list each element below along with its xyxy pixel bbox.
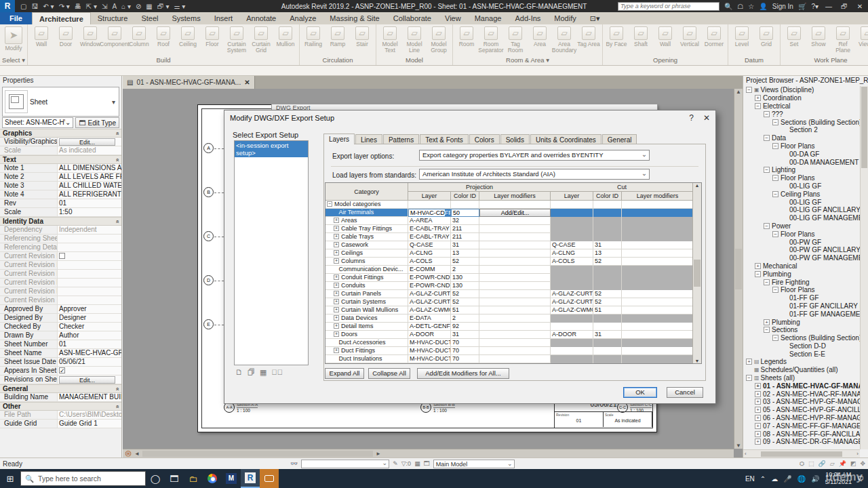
expand-icon[interactable]: + bbox=[334, 242, 339, 247]
projection-modifiers-cell[interactable] bbox=[479, 282, 551, 290]
collapse-icon[interactable]: − bbox=[746, 87, 752, 93]
browser-horizontal-scrollbar[interactable]: ‹› bbox=[743, 449, 860, 458]
projection-layer-cell[interactable]: A-AREA bbox=[408, 217, 451, 225]
ribbon-button-room[interactable]: ▱Room bbox=[455, 26, 478, 47]
ribbon-tab-systems[interactable]: Systems bbox=[165, 12, 207, 24]
projection-modifiers-cell[interactable] bbox=[479, 266, 551, 274]
ribbon-button-mullion[interactable]: ▱Mullion bbox=[274, 26, 297, 47]
projection-colorid-cell[interactable]: 130 bbox=[451, 274, 479, 282]
property-value[interactable]: Independent bbox=[58, 226, 121, 234]
category-cell[interactable]: Duct Insulations bbox=[326, 355, 408, 363]
ribbon-button-by-face[interactable]: ▱By Face bbox=[605, 26, 628, 47]
category-cell[interactable]: +Columns bbox=[326, 258, 408, 266]
tree-item[interactable]: +08 - ASN-MEC-FF-GF-ANCILLARY bbox=[743, 430, 868, 438]
ribbon-button-column[interactable]: ▱Column bbox=[127, 26, 151, 47]
select-links-icon[interactable]: 🔗 bbox=[818, 460, 826, 468]
search-icon[interactable]: 🔍 bbox=[724, 3, 732, 10]
expand-icon[interactable]: + bbox=[746, 359, 752, 365]
table-row[interactable]: +AreasA-AREA32 bbox=[326, 217, 701, 225]
projection-layer-cell[interactable]: A-COLS bbox=[408, 258, 451, 266]
tree-item[interactable]: +05 - ASN-MEC-HVP-GF-ANCILLARY bbox=[743, 406, 868, 414]
property-value[interactable]: Checker bbox=[58, 323, 121, 331]
property-value[interactable]: ✓ bbox=[58, 367, 121, 375]
ribbon-button-set[interactable]: ▱Set bbox=[783, 26, 806, 47]
exclude-options-icon[interactable]: ⛭ bbox=[800, 460, 804, 468]
category-column-header[interactable]: Category bbox=[326, 183, 408, 201]
collapse-icon[interactable]: − bbox=[772, 287, 778, 293]
projection-layer-cell[interactable]: E-POWR-CNDT bbox=[408, 282, 451, 290]
3d-view-icon[interactable]: ⌂ ▾ bbox=[121, 3, 131, 10]
category-cell[interactable]: Communication Devic... bbox=[326, 266, 408, 274]
expand-icon[interactable]: + bbox=[755, 431, 761, 437]
collapse-icon[interactable]: − bbox=[746, 375, 752, 381]
volume-icon[interactable]: 🔊 bbox=[811, 475, 819, 483]
collapse-icon[interactable]: − bbox=[755, 271, 761, 277]
collapse-icon[interactable]: − bbox=[764, 223, 770, 229]
projection-colorid-cell[interactable]: 51 bbox=[451, 306, 479, 314]
projection-layer-input[interactable]: M-HVAC-CDFF bbox=[408, 209, 451, 217]
delete-setup-icon[interactable]: ✕⃞ bbox=[271, 368, 283, 377]
cut-colorid-cell[interactable]: 52 bbox=[593, 298, 622, 306]
cut-layer-cell[interactable]: A-DOOR bbox=[551, 331, 593, 339]
category-cell[interactable]: +Doors bbox=[326, 331, 408, 339]
expand-icon[interactable]: + bbox=[334, 315, 339, 321]
projection-colorid-cell[interactable]: 2 bbox=[451, 266, 479, 274]
restore-button[interactable]: 🗗 bbox=[839, 3, 850, 10]
collapse-icon[interactable]: − bbox=[772, 335, 778, 341]
ribbon-button-room-separator[interactable]: ▱Room Separator bbox=[479, 26, 502, 54]
tree-item[interactable]: −▥Sheets (all) bbox=[743, 374, 868, 382]
ok-button[interactable]: OK bbox=[623, 387, 657, 398]
table-row[interactable]: +ColumnsA-COLS52A-COLS52 bbox=[326, 258, 701, 266]
projection-modifiers-cell[interactable] bbox=[479, 217, 551, 225]
projection-colorid-cell[interactable]: 31 bbox=[451, 241, 479, 249]
ribbon-group-label[interactable]: Datum bbox=[728, 56, 780, 65]
ribbon-button-model-text[interactable]: ▱Model Text bbox=[378, 26, 401, 54]
ribbon-tab-massing-site[interactable]: Massing & Site bbox=[323, 12, 386, 24]
table-row[interactable]: +Data DevicesE-DATA2 bbox=[326, 314, 701, 323]
table-row[interactable]: +CaseworkQ-CASE31Q-CASE31 bbox=[326, 241, 701, 249]
chevron-down-icon[interactable]: ▾ bbox=[112, 98, 119, 106]
category-cell[interactable]: Duct Accessories bbox=[326, 339, 408, 347]
thin-lines-icon[interactable]: ▦ bbox=[146, 3, 152, 10]
ribbon-button-viewer[interactable]: ▱Viewer bbox=[856, 26, 868, 47]
ribbon-tab-collaborate[interactable]: Collaborate bbox=[387, 12, 438, 24]
projection-modifiers-cell[interactable] bbox=[479, 274, 551, 282]
ribbon-group-label[interactable]: Circulation bbox=[300, 56, 376, 65]
tree-item[interactable]: +Mechanical bbox=[743, 262, 868, 270]
projection-layer-cell[interactable]: A-GLAZ-CURT bbox=[408, 290, 451, 298]
switch-windows-icon[interactable]: 🗗 ▾ bbox=[157, 3, 170, 10]
projection-colorid-cell[interactable]: 31 bbox=[451, 331, 479, 339]
property-value[interactable]: ALL LEVELS ARE FRO... bbox=[58, 173, 121, 181]
collapse-icon[interactable]: − bbox=[772, 191, 778, 197]
add-edit-modifiers-all-button[interactable]: Add/Edit Modifiers for All... bbox=[417, 368, 509, 379]
export-setup-item[interactable]: <in-session export setup> bbox=[235, 141, 308, 157]
modify-extra-icon[interactable]: ⊡▾ bbox=[583, 12, 607, 24]
properties-section-identity-data[interactable]: Identity Data» bbox=[0, 217, 121, 226]
property-value[interactable] bbox=[58, 279, 121, 287]
dialog-tab-colors[interactable]: Colors bbox=[469, 134, 500, 144]
projection-layer-cell[interactable]: E-DATA bbox=[408, 314, 451, 323]
property-value[interactable]: Designer bbox=[58, 314, 121, 322]
projection-modifiers-cell[interactable] bbox=[479, 306, 551, 314]
expand-icon[interactable]: + bbox=[755, 439, 761, 445]
cut-modifiers-cell[interactable] bbox=[622, 347, 693, 355]
dialog-help-icon[interactable]: ? bbox=[689, 113, 694, 123]
expand-icon[interactable]: + bbox=[334, 331, 339, 337]
ribbon-group-label[interactable]: Build bbox=[28, 56, 299, 65]
mural-app-button[interactable]: M bbox=[222, 469, 241, 488]
save-icon[interactable]: 🖫 bbox=[31, 3, 38, 10]
cut-modifiers-cell[interactable] bbox=[622, 249, 693, 258]
tree-item[interactable]: Section D-D bbox=[743, 342, 868, 350]
file-explorer-button[interactable]: 🗀 bbox=[184, 469, 203, 488]
ribbon-button-grid[interactable]: ▱Grid bbox=[755, 26, 778, 47]
projection-colorid-cell[interactable]: 92 bbox=[451, 323, 479, 331]
projection-colorid-cell[interactable]: 32 bbox=[451, 217, 479, 225]
design-options-icon[interactable]: ▦ bbox=[414, 460, 420, 467]
expand-icon[interactable]: + bbox=[334, 250, 339, 256]
sign-in-label[interactable]: Sign In bbox=[772, 3, 793, 10]
tree-item[interactable]: +Plumbing bbox=[743, 318, 868, 326]
projection-modifiers-cell[interactable] bbox=[479, 314, 551, 323]
projection-colorid-cell[interactable]: 211 bbox=[451, 233, 479, 241]
ribbon-button-area-boundary[interactable]: ▱Area Boundary bbox=[553, 26, 576, 54]
tree-item[interactable]: −Floor Plans bbox=[743, 286, 868, 294]
